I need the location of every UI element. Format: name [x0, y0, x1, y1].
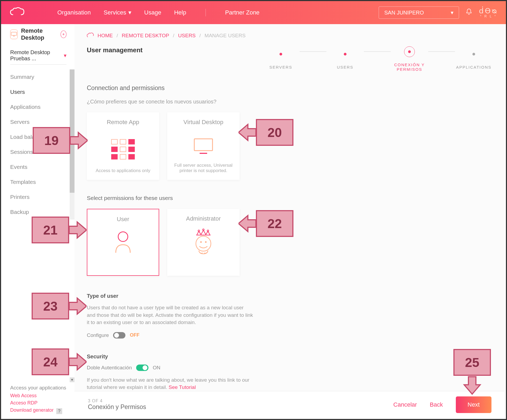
- step-conexion: CONEXIÓN Y PERMISOS: [391, 62, 428, 72]
- org-selector[interactable]: SAN JUNIPERO ▾: [379, 6, 459, 19]
- virtual-desktop-title: Virtual Desktop: [184, 119, 223, 126]
- next-button[interactable]: Next: [456, 396, 491, 413]
- sidebar-item-printers[interactable]: Printers: [2, 189, 74, 205]
- annotation-21: 21: [32, 217, 87, 243]
- cloud-logo-icon: [9, 7, 25, 17]
- type-of-user-title: Type of user: [87, 293, 253, 299]
- toggle-on-label: ON: [153, 365, 161, 371]
- back-button[interactable]: Back: [430, 401, 443, 408]
- annotation-22: 22: [238, 210, 293, 237]
- chevron-down-icon: ▾: [64, 52, 66, 59]
- svg-rect-0: [11, 32, 17, 35]
- svg-point-9: [205, 241, 207, 243]
- admin-king-icon: [191, 229, 215, 255]
- remote-app-title: Remote App: [107, 119, 139, 126]
- see-tutorial-link[interactable]: See Tutorial: [169, 384, 196, 390]
- configure-toggle[interactable]: [113, 332, 125, 339]
- annotation-25: 25: [453, 349, 491, 393]
- svg-point-3: [118, 232, 128, 241]
- annotation-19: 19: [33, 127, 88, 154]
- nav-help[interactable]: Help: [174, 9, 186, 16]
- web-access-link[interactable]: Web Access: [10, 393, 69, 399]
- permissions-heading: Select permissions for these users: [87, 195, 493, 201]
- chevron-down-icon: ▾: [128, 9, 131, 16]
- twofa-label: Doble Autenticación: [87, 365, 132, 371]
- nav-divider: [206, 9, 206, 16]
- user-perm-title: User: [117, 216, 129, 223]
- connection-heading: Connection and permissions: [87, 84, 493, 92]
- virtual-desktop-card[interactable]: Virtual Desktop Full server access, Univ…: [167, 112, 240, 180]
- admin-permission-card[interactable]: Administrator: [167, 209, 240, 276]
- annotation-20: 20: [238, 119, 293, 146]
- product-icon: [10, 29, 18, 39]
- annotation-23: 23: [32, 293, 87, 319]
- type-of-user-desc: Users that do not have a user type will …: [87, 304, 253, 326]
- security-title: Security: [87, 354, 253, 360]
- annotation-24: 24: [32, 348, 87, 375]
- remote-app-desc: Access to applications only: [96, 168, 150, 173]
- remote-app-card[interactable]: Remote App Access to applications only: [87, 112, 159, 180]
- configure-label: Configure: [87, 332, 109, 338]
- help-icon[interactable]: ?: [56, 408, 62, 414]
- user-icon: [114, 229, 132, 253]
- wizard-footer: 3 OF 4 Conexión y Permisos Cancelar Back…: [74, 391, 505, 418]
- access-links: Access your applications Web Access Acce…: [10, 385, 69, 415]
- secondary-logo: ḋƟᴓ° R L °: [479, 7, 498, 18]
- divider: [10, 64, 66, 65]
- access-title: Access your applications: [10, 385, 69, 391]
- breadcrumb-current: MANAGE USERS: [204, 33, 245, 39]
- toggle-off-label: OFF: [130, 332, 139, 338]
- sidebar-item-templates[interactable]: Templates: [2, 174, 74, 189]
- sidebar-item-events[interactable]: Events: [2, 159, 74, 174]
- product-title: Remote Desktop: [21, 27, 57, 41]
- svg-point-7: [196, 236, 211, 251]
- nav-partner-zone[interactable]: Partner Zone: [225, 9, 259, 16]
- home-icon: [87, 32, 94, 39]
- chevron-down-icon: ▾: [451, 9, 453, 16]
- sidebar-item-users[interactable]: Users: [2, 84, 74, 99]
- virtual-desktop-desc: Full server access, Universal printer is…: [173, 163, 234, 173]
- nav-usage[interactable]: Usage: [144, 9, 161, 16]
- footer-step-name: Conexión y Permisos: [88, 403, 146, 411]
- step-servers: SERVERS: [269, 65, 292, 69]
- breadcrumb: HOME / REMOTE DESKTOP / USERS / MANAGE U…: [87, 32, 493, 39]
- connection-question: ¿Cómo prefieres que se conecte los nuevo…: [87, 99, 493, 105]
- step-users: USERS: [337, 65, 353, 69]
- svg-point-8: [200, 241, 202, 243]
- monitor-icon: [193, 131, 214, 163]
- main-content: HOME / REMOTE DESKTOP / USERS / MANAGE U…: [74, 24, 505, 391]
- scroll-down-arrow[interactable]: ▼: [70, 377, 74, 382]
- sidebar-item-summary[interactable]: Summary: [2, 69, 74, 84]
- desktop-icon: [11, 32, 17, 37]
- security-desc: If you don't know what we are talking ab…: [87, 377, 249, 390]
- breadcrumb-remote-desktop[interactable]: REMOTE DESKTOP: [122, 33, 169, 39]
- top-navbar: Organisation Services ▾ Usage Help Partn…: [1, 1, 506, 24]
- admin-perm-title: Administrator: [186, 215, 221, 222]
- project-selector[interactable]: Remote Desktop Pruebas ... ▾: [2, 44, 74, 64]
- cancel-button[interactable]: Cancelar: [393, 401, 417, 408]
- user-permission-card[interactable]: User: [87, 209, 159, 276]
- sidebar-item-applications[interactable]: Applications: [2, 99, 74, 114]
- apps-grid-icon: [111, 131, 135, 168]
- breadcrumb-users[interactable]: USERS: [178, 33, 196, 39]
- step-applications: APPLICATIONS: [456, 65, 491, 69]
- nav-organisation[interactable]: Organisation: [57, 9, 91, 16]
- brand-logo: [9, 7, 25, 18]
- breadcrumb-home[interactable]: HOME: [98, 33, 113, 39]
- wizard-stepper: SERVERS USERS CONEXIÓN Y PERMISOS APPLIC…: [262, 46, 493, 72]
- add-button[interactable]: +: [61, 31, 66, 38]
- svg-rect-1: [194, 139, 213, 151]
- page-title: User management: [87, 46, 143, 54]
- download-generator-link[interactable]: Download generator: [10, 407, 54, 413]
- nav-services[interactable]: Services ▾: [104, 9, 131, 16]
- notifications-bell-icon[interactable]: [465, 8, 472, 17]
- twofa-toggle[interactable]: [136, 365, 148, 371]
- footer-step-counter: 3 OF 4: [88, 399, 146, 403]
- rdp-access-link[interactable]: Acceso RDP: [10, 400, 69, 406]
